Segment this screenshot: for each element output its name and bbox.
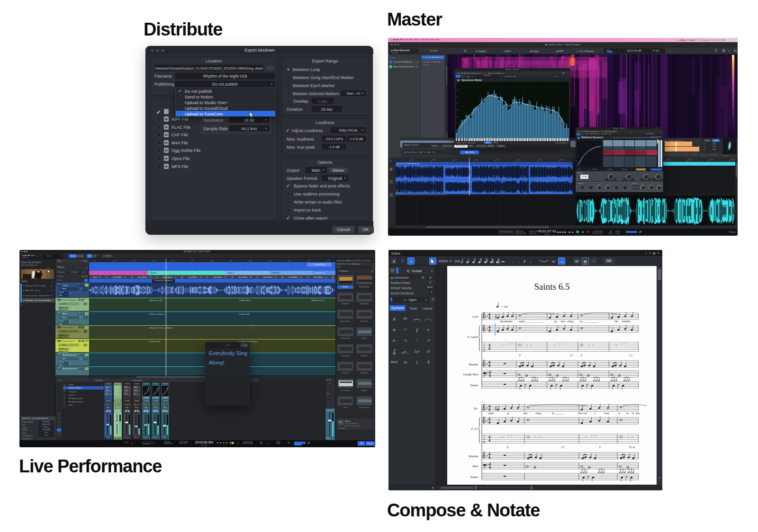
svg-text:3: 3 — [502, 344, 503, 346]
svg-text:14:00: 14:00 — [688, 159, 693, 161]
svg-text:mar: mar — [561, 320, 565, 323]
svg-text:4: 4 — [489, 465, 491, 470]
svg-text:57: 57 — [328, 260, 330, 262]
svg-text:8:00: 8:00 — [560, 159, 563, 161]
svg-text:13:00: 13:00 — [667, 159, 671, 161]
svg-text:B: B — [483, 349, 485, 352]
svg-text:Gbm: Gbm — [269, 276, 273, 278]
svg-text:-: - — [531, 412, 532, 415]
svg-text:E. Guitar: E. Guitar — [468, 336, 478, 338]
svg-text:Gbm: Gbm — [193, 276, 198, 278]
svg-text:𝅌: 𝅌 — [535, 452, 536, 455]
svg-text:E: E — [99, 276, 101, 278]
svg-text:D: D — [207, 276, 208, 278]
svg-text:A: A — [232, 276, 233, 278]
svg-text:A: A — [332, 276, 334, 278]
svg-text:Upright Bass: Upright Bass — [463, 373, 478, 376]
svg-text:C7: C7 — [561, 446, 565, 449]
svg-text:3: 3 — [563, 343, 565, 345]
svg-text:saints______________: saints______________ — [519, 320, 543, 323]
svg-text:49: 49 — [289, 260, 291, 262]
svg-text:mar: mar — [523, 412, 528, 415]
svg-text:29: 29 — [192, 260, 194, 262]
svg-text:2: 2 — [591, 434, 592, 437]
svg-text:37: 37 — [231, 260, 233, 262]
svg-text:3: 3 — [511, 434, 513, 437]
svg-text:Oh,: Oh, — [614, 320, 619, 323]
svg-text:𝅌: 𝅌 — [588, 360, 589, 363]
svg-text:3:00: 3:00 — [453, 159, 457, 161]
svg-text:= 120: = 120 — [501, 305, 508, 308]
svg-text:25: 25 — [172, 260, 174, 262]
svg-text:F7/A: F7/A — [629, 446, 635, 449]
svg-text:1: 1 — [581, 344, 582, 346]
svg-text:4: 4 — [488, 438, 490, 443]
svg-text:Oh,whenthe: Oh,whenthe — [500, 320, 513, 323]
svg-text:-ching: -ching — [567, 320, 573, 323]
svg-text:in: in — [632, 412, 634, 415]
svg-text:D: D — [156, 276, 158, 278]
svg-text:D: D — [325, 276, 327, 278]
svg-text:D: D — [307, 276, 308, 278]
svg-text:E. Gt.: E. Gt. — [471, 427, 478, 430]
svg-text:16:00: 16:00 — [731, 159, 735, 161]
svg-text:I: I — [595, 412, 596, 415]
svg-text:2: 2 — [588, 344, 589, 346]
svg-text:Lead: Lead — [472, 315, 478, 318]
svg-text:4: 4 — [488, 420, 490, 425]
svg-text:whenthe: whenthe — [622, 320, 631, 323]
svg-text:𝅌: 𝅌 — [527, 360, 528, 363]
svg-text:2: 2 — [507, 434, 508, 437]
svg-text:2: 2 — [535, 436, 536, 438]
svg-text:that: that — [636, 412, 640, 415]
svg-text:go: go — [507, 412, 510, 415]
svg-text:6:00: 6:00 — [517, 159, 521, 161]
svg-text:F: F — [507, 446, 509, 449]
svg-text:Gbm: Gbm — [319, 276, 323, 278]
svg-text:4: 4 — [488, 408, 490, 412]
svg-text:4: 4 — [488, 455, 490, 460]
svg-text:B: B — [483, 441, 485, 443]
svg-text:2: 2 — [628, 436, 629, 438]
svg-text:17: 17 — [134, 260, 135, 262]
svg-text:41: 41 — [250, 260, 252, 262]
svg-text:15:00: 15:00 — [709, 159, 714, 161]
svg-text:Gbm: Gbm — [218, 276, 223, 278]
svg-text:go: go — [554, 320, 557, 323]
svg-text:𝅌: 𝅌 — [589, 452, 590, 455]
svg-text:5:00: 5:00 — [496, 159, 499, 161]
svg-text:2: 2 — [621, 343, 622, 345]
svg-text:Gbm: Gbm — [294, 276, 298, 278]
svg-text:1: 1 — [520, 344, 521, 346]
svg-text:Gbm: Gbm — [118, 276, 122, 278]
svg-text:3: 3 — [531, 344, 532, 346]
svg-text:D: D — [225, 276, 226, 278]
svg-text:3: 3 — [539, 436, 540, 438]
svg-text:3: 3 — [595, 434, 596, 437]
svg-text:4: 4 — [488, 328, 490, 333]
svg-text:Drums: Drums — [470, 384, 478, 387]
svg-text:2: 2 — [527, 344, 528, 346]
svg-text:3: 3 — [632, 436, 633, 438]
svg-text:D: D — [125, 276, 126, 278]
svg-text:3: 3 — [615, 344, 617, 346]
svg-text:ching: ching — [535, 412, 541, 415]
svg-text:9: 9 — [95, 260, 96, 262]
svg-text:13: 13 — [114, 260, 116, 262]
svg-text:6: 6 — [482, 401, 483, 403]
svg-text:21: 21 — [153, 260, 155, 262]
svg-text:D: D — [275, 276, 277, 278]
svg-text:4: 4 — [488, 364, 490, 368]
svg-text:in____________: in____________ — [580, 320, 598, 323]
svg-text:in________: in________ — [552, 412, 565, 415]
svg-text:3: 3 — [502, 436, 503, 438]
svg-text:𝅌: 𝅌 — [628, 452, 629, 455]
svg-text:C7: C7 — [629, 354, 632, 357]
svg-text:1:00: 1:00 — [411, 159, 414, 161]
svg-text:2: 2 — [507, 343, 508, 345]
svg-text:F: F — [519, 354, 521, 357]
svg-text:Rhythm: Rhythm — [469, 363, 478, 366]
svg-text:4: 4 — [489, 373, 491, 378]
svg-text:3: 3 — [554, 344, 555, 346]
svg-text:Tpt.: Tpt. — [473, 407, 478, 410]
